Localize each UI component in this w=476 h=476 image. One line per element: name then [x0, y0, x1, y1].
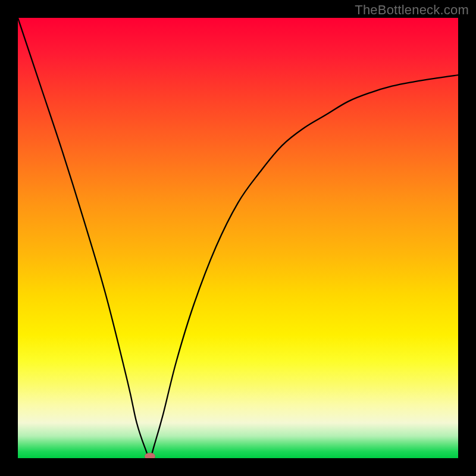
curve-layer	[18, 18, 458, 458]
bottleneck-curve-path	[18, 18, 458, 458]
watermark-text: TheBottleneck.com	[355, 2, 469, 18]
bottleneck-chart: TheBottleneck.com	[0, 0, 476, 476]
optimum-marker	[145, 453, 155, 458]
plot-area	[18, 18, 458, 458]
